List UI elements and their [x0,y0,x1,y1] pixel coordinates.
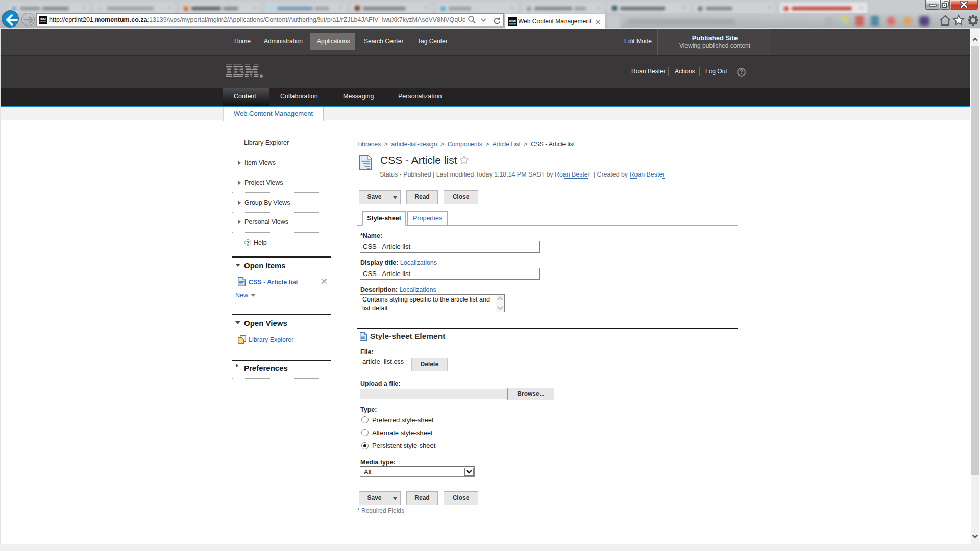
svg-text:IBM: IBM [40,18,46,21]
svg-text:IBM: IBM [509,19,516,23]
